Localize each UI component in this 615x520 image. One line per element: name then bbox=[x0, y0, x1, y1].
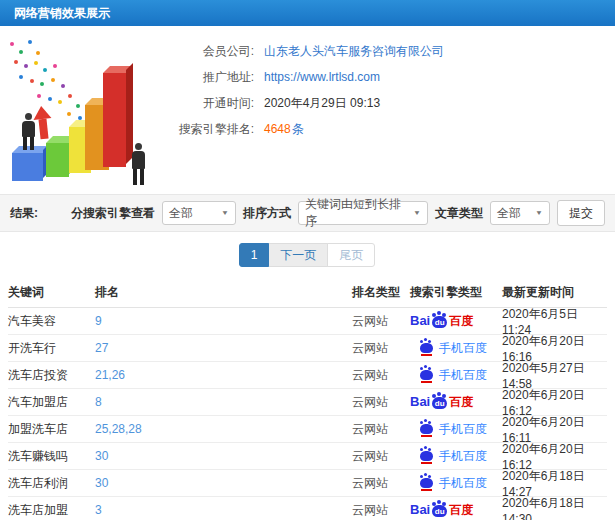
col-header-update-time: 最新更新时间 bbox=[502, 284, 607, 301]
engine-cell: 手机百度 bbox=[410, 421, 502, 438]
page-title: 网络营销效果展示 bbox=[14, 6, 110, 20]
table-row: 洗车店投资 21,26 云网站 手机百度 2020年5月27日 14:58 bbox=[8, 362, 607, 389]
engine-cell: 手机百度 bbox=[410, 367, 502, 384]
article-type-select[interactable]: 全部 ▼ bbox=[490, 201, 550, 225]
marketing-results-page: 网络营销效果展示 会员公司: 山东老人头汽车服务咨询有限公司 bbox=[0, 0, 615, 520]
baidu-paw-icon bbox=[420, 478, 433, 488]
url-label: 推广地址: bbox=[170, 69, 254, 86]
opened-label: 开通时间: bbox=[170, 95, 254, 112]
rank-cell[interactable]: 30 bbox=[95, 449, 352, 463]
rank-label: 搜索引擎排名: bbox=[170, 121, 254, 138]
keyword-cell: 汽车美容 bbox=[8, 313, 95, 330]
engine-select-value: 全部 bbox=[169, 205, 193, 222]
bar-green-icon bbox=[46, 143, 69, 177]
article-type-select-value: 全部 bbox=[497, 205, 521, 222]
mobile-baidu-logo-icon: 手机百度 bbox=[410, 340, 487, 357]
up-arrow-icon bbox=[32, 105, 54, 143]
keyword-cell: 汽车加盟店 bbox=[8, 394, 95, 411]
table-row: 洗车店加盟 3 云网站 Baidu百度 2020年6月18日 14:30 bbox=[8, 497, 607, 520]
info-row-url: 推广地址: https://www.lrtlsd.com bbox=[170, 64, 615, 90]
keyword-cell: 洗车店加盟 bbox=[8, 502, 95, 519]
rank-type-cell: 云网站 bbox=[352, 448, 410, 465]
col-header-rank: 排名 bbox=[95, 284, 352, 301]
promotion-url-link[interactable]: https://www.lrtlsd.com bbox=[264, 70, 380, 84]
confetti-dots-icon bbox=[10, 42, 14, 46]
mobile-baidu-logo-icon: 手机百度 bbox=[410, 448, 487, 465]
rank-type-cell: 云网站 bbox=[352, 421, 410, 438]
growth-chart-illustration bbox=[0, 26, 180, 194]
table-row: 加盟洗车店 25,28,28 云网站 手机百度 2020年6月20日 16:11 bbox=[8, 416, 607, 443]
rank-count-value: 4648条 bbox=[264, 121, 304, 138]
rank-count-number: 4648 bbox=[264, 122, 291, 136]
account-info-list: 会员公司: 山东老人头汽车服务咨询有限公司 推广地址: https://www.… bbox=[170, 26, 615, 142]
baidu-paw-icon bbox=[420, 343, 433, 353]
col-header-keyword: 关键词 bbox=[8, 284, 95, 301]
engine-filter-label: 分搜索引擎查看 bbox=[71, 205, 155, 222]
bar-blue-icon bbox=[12, 153, 43, 181]
rank-cell[interactable]: 27 bbox=[95, 341, 352, 355]
engine-cell: Baidu百度 bbox=[410, 314, 502, 328]
table-header-row: 关键词 排名 排名类型 搜索引擎类型 最新更新时间 bbox=[8, 278, 607, 308]
mobile-baidu-logo-icon: 手机百度 bbox=[410, 367, 487, 384]
rank-count-unit: 条 bbox=[292, 122, 304, 136]
info-row-rank: 搜索引擎排名: 4648条 bbox=[170, 116, 615, 142]
baidu-logo-icon: Baidu百度 bbox=[410, 314, 473, 328]
table-row: 洗车店利润 30 云网站 手机百度 2020年6月18日 14:27 bbox=[8, 470, 607, 497]
engine-cell: 手机百度 bbox=[410, 448, 502, 465]
baidu-logo-icon: Baidu百度 bbox=[410, 503, 473, 517]
submit-button[interactable]: 提交 bbox=[557, 200, 605, 226]
baidu-logo-icon: Baidu百度 bbox=[410, 395, 473, 409]
rank-type-cell: 云网站 bbox=[352, 367, 410, 384]
company-link[interactable]: 山东老人头汽车服务咨询有限公司 bbox=[264, 43, 444, 60]
engine-select[interactable]: 全部 ▼ bbox=[162, 201, 236, 225]
page-1-button[interactable]: 1 bbox=[239, 243, 270, 267]
baidu-paw-icon bbox=[420, 451, 433, 461]
opened-time-value: 2020年4月29日 09:13 bbox=[264, 95, 380, 112]
baidu-paw-icon: du bbox=[432, 397, 447, 409]
bar-red-icon bbox=[103, 73, 126, 167]
keyword-cell: 加盟洗车店 bbox=[8, 421, 95, 438]
engine-cell: Baidu百度 bbox=[410, 503, 502, 517]
col-header-rank-type: 排名类型 bbox=[352, 284, 410, 301]
rank-type-cell: 云网站 bbox=[352, 340, 410, 357]
baidu-paw-icon: du bbox=[432, 505, 447, 517]
keyword-cell: 洗车赚钱吗 bbox=[8, 448, 95, 465]
rank-cell[interactable]: 3 bbox=[95, 503, 352, 517]
keyword-ranking-table: 关键词 排名 排名类型 搜索引擎类型 最新更新时间 汽车美容 9 云网站 Bai… bbox=[0, 278, 615, 520]
filter-controls: 分搜索引擎查看 全部 ▼ 排序方式 关键词由短到长排序 ▼ 文章类型 全部 ▼ … bbox=[71, 200, 605, 226]
sort-select[interactable]: 关键词由短到长排序 ▼ bbox=[298, 201, 428, 225]
rank-cell[interactable]: 8 bbox=[95, 395, 352, 409]
type-filter-label: 文章类型 bbox=[435, 205, 483, 222]
rank-cell[interactable]: 21,26 bbox=[95, 368, 352, 382]
col-header-engine-type: 搜索引擎类型 bbox=[410, 284, 502, 301]
last-page-button[interactable]: 尾页 bbox=[327, 243, 375, 267]
next-page-button[interactable]: 下一页 bbox=[268, 243, 328, 267]
engine-cell: 手机百度 bbox=[410, 340, 502, 357]
chevron-down-icon: ▼ bbox=[413, 209, 421, 216]
table-row: 开洗车行 27 云网站 手机百度 2020年6月20日 16:16 bbox=[8, 335, 607, 362]
businessman-on-bar-icon bbox=[22, 113, 35, 150]
table-row: 洗车赚钱吗 30 云网站 手机百度 2020年6月20日 16:12 bbox=[8, 443, 607, 470]
mobile-baidu-logo-icon: 手机百度 bbox=[410, 475, 487, 492]
rank-cell[interactable]: 9 bbox=[95, 314, 352, 328]
sort-filter-label: 排序方式 bbox=[243, 205, 291, 222]
chevron-down-icon: ▼ bbox=[221, 209, 229, 216]
rank-type-cell: 云网站 bbox=[352, 394, 410, 411]
table-row: 汽车加盟店 8 云网站 Baidu百度 2020年6月20日 16:12 bbox=[8, 389, 607, 416]
info-row-opened: 开通时间: 2020年4月29日 09:13 bbox=[170, 90, 615, 116]
rank-cell[interactable]: 30 bbox=[95, 476, 352, 490]
baidu-paw-icon bbox=[420, 370, 433, 380]
mobile-baidu-logo-icon: 手机百度 bbox=[410, 421, 487, 438]
baidu-paw-icon bbox=[420, 424, 433, 434]
update-time-cell: 2020年6月18日 14:30 bbox=[502, 495, 607, 520]
rank-cell[interactable]: 25,28,28 bbox=[95, 422, 352, 436]
account-info-section: 会员公司: 山东老人头汽车服务咨询有限公司 推广地址: https://www.… bbox=[0, 26, 615, 194]
info-row-company: 会员公司: 山东老人头汽车服务咨询有限公司 bbox=[170, 38, 615, 64]
keyword-cell: 洗车店投资 bbox=[8, 367, 95, 384]
pagination: 1 下一页 尾页 bbox=[0, 232, 615, 278]
rank-type-cell: 云网站 bbox=[352, 313, 410, 330]
engine-cell: Baidu百度 bbox=[410, 395, 502, 409]
table-row: 汽车美容 9 云网站 Baidu百度 2020年6月5日 11:24 bbox=[8, 308, 607, 335]
rank-type-cell: 云网站 bbox=[352, 475, 410, 492]
page-header: 网络营销效果展示 bbox=[0, 0, 615, 26]
